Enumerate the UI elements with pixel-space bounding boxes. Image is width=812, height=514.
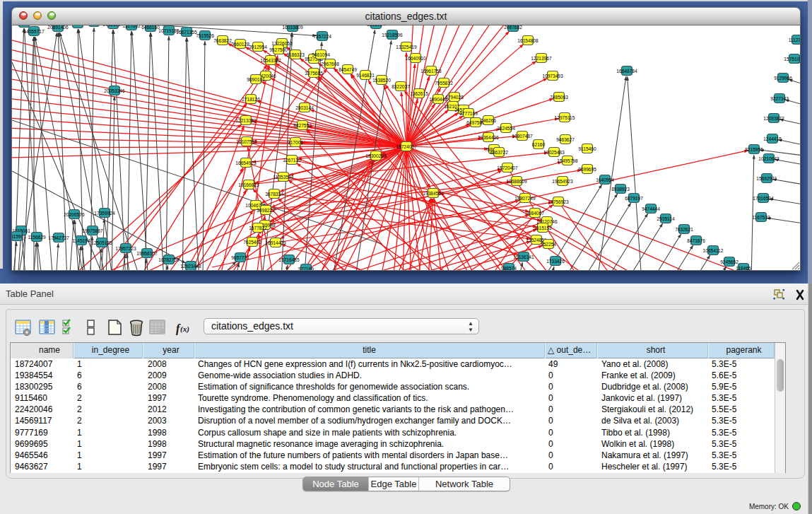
svg-text:17359924: 17359924 xyxy=(94,211,115,216)
svg-text:16543382: 16543382 xyxy=(260,58,281,63)
svg-text:12923448: 12923448 xyxy=(180,264,201,269)
svg-text:8215955: 8215955 xyxy=(745,147,763,152)
svg-text:3660128: 3660128 xyxy=(231,42,249,47)
svg-text:1145194: 1145194 xyxy=(72,238,90,243)
svg-text:1362615: 1362615 xyxy=(410,91,428,96)
svg-text:20206576: 20206576 xyxy=(64,212,85,217)
svg-text:8322037: 8322037 xyxy=(392,84,410,89)
svg-text:9227343: 9227343 xyxy=(770,96,789,101)
svg-text:19654923: 19654923 xyxy=(552,179,573,184)
svg-text:2803144: 2803144 xyxy=(295,105,314,110)
svg-text:746266: 746266 xyxy=(481,118,496,123)
svg-text:8813054: 8813054 xyxy=(367,25,385,27)
svg-text:16107553: 16107553 xyxy=(236,139,257,144)
svg-text:16640910: 16640910 xyxy=(405,56,426,61)
svg-text:14055717: 14055717 xyxy=(23,29,45,34)
svg-text:16914479: 16914479 xyxy=(265,240,286,245)
svg-text:1733426: 1733426 xyxy=(546,259,565,264)
svg-text:3912954: 3912954 xyxy=(249,45,267,49)
svg-text:1156829: 1156829 xyxy=(28,235,46,240)
svg-text:20053346: 20053346 xyxy=(104,88,125,93)
svg-text:9890101: 9890101 xyxy=(247,77,265,82)
svg-text:9315901: 9315901 xyxy=(12,234,26,239)
svg-text:252254: 252254 xyxy=(541,242,556,247)
svg-text:9527500: 9527500 xyxy=(269,47,288,52)
svg-text:2718126: 2718126 xyxy=(242,97,260,102)
svg-text:15751074: 15751074 xyxy=(784,57,801,62)
svg-text:8471676: 8471676 xyxy=(687,238,705,243)
svg-text:3624554: 3624554 xyxy=(497,126,515,131)
svg-text:12213383: 12213383 xyxy=(235,118,257,123)
svg-text:3498222: 3498222 xyxy=(257,208,275,213)
svg-text:8427552: 8427552 xyxy=(293,123,312,128)
svg-text:17016504: 17016504 xyxy=(753,196,774,201)
svg-text:(x): (x) xyxy=(180,325,189,334)
svg-text:20691406: 20691406 xyxy=(47,25,69,30)
svg-text:7485063: 7485063 xyxy=(550,95,568,100)
svg-text:2967608: 2967608 xyxy=(321,62,339,66)
svg-text:18807249: 18807249 xyxy=(514,196,536,201)
svg-text:16154808: 16154808 xyxy=(517,38,539,43)
svg-text:2935114: 2935114 xyxy=(657,216,675,221)
svg-text:12505135: 12505135 xyxy=(91,240,112,245)
svg-text:1640954: 1640954 xyxy=(596,177,614,182)
svg-text:317006: 317006 xyxy=(288,140,303,145)
svg-text:12093872: 12093872 xyxy=(763,116,784,121)
svg-text:977169: 977169 xyxy=(298,267,314,271)
svg-text:9129966: 9129966 xyxy=(774,76,792,81)
svg-text:15136141: 15136141 xyxy=(513,255,534,259)
svg-text:8938923: 8938923 xyxy=(611,187,630,192)
svg-text:1538520: 1538520 xyxy=(372,78,391,83)
svg-text:1527602: 1527602 xyxy=(122,25,141,28)
svg-text:21364436: 21364436 xyxy=(478,135,499,140)
svg-text:16033809: 16033809 xyxy=(282,25,303,30)
svg-text:10973493: 10973493 xyxy=(542,74,563,78)
svg-text:3375685: 3375685 xyxy=(305,71,323,76)
svg-text:9474444: 9474444 xyxy=(642,206,660,211)
svg-text:17957223: 17957223 xyxy=(115,246,136,251)
svg-text:12213967: 12213967 xyxy=(531,56,552,61)
svg-text:9084067: 9084067 xyxy=(526,211,544,216)
svg-text:15720407: 15720407 xyxy=(497,165,518,170)
svg-text:15495798: 15495798 xyxy=(557,158,578,163)
svg-text:7625402: 7625402 xyxy=(243,240,261,245)
svg-text:9245652: 9245652 xyxy=(720,259,739,264)
svg-text:10654112: 10654112 xyxy=(703,248,724,253)
svg-text:1244415: 1244415 xyxy=(763,136,782,141)
svg-text:1167533: 1167533 xyxy=(752,215,770,220)
svg-text:988574: 988574 xyxy=(501,266,517,271)
svg-text:2069141: 2069141 xyxy=(69,25,87,26)
svg-text:9463627: 9463627 xyxy=(556,137,575,142)
svg-text:16671355: 16671355 xyxy=(176,30,197,35)
svg-text:19218596: 19218596 xyxy=(382,33,403,37)
svg-text:9777169: 9777169 xyxy=(459,111,478,116)
svg-text:7955812: 7955812 xyxy=(435,81,453,86)
svg-text:10210643: 10210643 xyxy=(758,156,779,161)
svg-text:62160: 62160 xyxy=(532,142,546,147)
svg-text:1615152: 1615152 xyxy=(534,226,552,230)
svg-text:7663822: 7663822 xyxy=(213,38,232,43)
svg-text:118465: 118465 xyxy=(736,266,751,271)
svg-text:13325419: 13325419 xyxy=(396,45,417,49)
svg-text:3267130: 3267130 xyxy=(283,158,301,163)
svg-text:9146821: 9146821 xyxy=(356,73,375,78)
svg-text:18300295: 18300295 xyxy=(365,153,387,158)
svg-text:6794028: 6794028 xyxy=(445,95,464,100)
svg-text:19756923: 19756923 xyxy=(548,199,569,204)
svg-text:19958107: 19958107 xyxy=(136,251,158,256)
svg-text:9657771: 9657771 xyxy=(231,255,249,260)
svg-text:3678334: 3678334 xyxy=(265,192,283,197)
svg-text:12975115: 12975115 xyxy=(555,115,575,120)
svg-text:8186323: 8186323 xyxy=(286,52,305,57)
svg-text:10807487: 10807487 xyxy=(512,134,533,139)
svg-text:8454749: 8454749 xyxy=(339,67,357,72)
svg-text:15692971: 15692971 xyxy=(756,176,777,181)
svg-text:6879197: 6879197 xyxy=(625,196,643,201)
svg-text:7515526: 7515526 xyxy=(196,33,214,38)
svg-text:16961758: 16961758 xyxy=(420,69,442,74)
svg-text:7632621: 7632621 xyxy=(675,227,693,232)
svg-text:5461094: 5461094 xyxy=(312,52,330,57)
svg-text:19975887: 19975887 xyxy=(82,228,103,233)
svg-text:6466160: 6466160 xyxy=(141,25,160,30)
svg-text:16782759: 16782759 xyxy=(158,257,180,262)
